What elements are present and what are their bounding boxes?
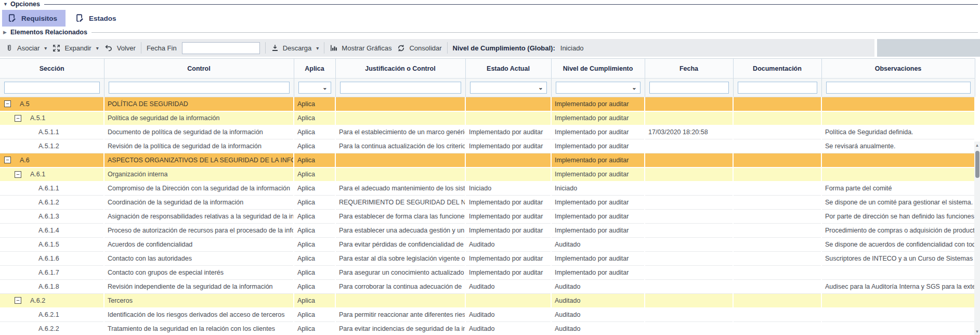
section-code: A.5 — [20, 100, 30, 108]
column-header-documentacion[interactable]: Documentación — [733, 59, 821, 79]
column-header-seccion[interactable]: Sección — [0, 59, 104, 79]
asociar-button[interactable]: Asociar ▾ — [5, 43, 47, 53]
section-cell-content: A.6.1.6 — [3, 255, 100, 262]
collapse-minus-icon[interactable]: − — [15, 297, 21, 304]
table-row[interactable]: A.6.1.1Compromiso de la Dirección con la… — [0, 182, 975, 196]
collapse-triangle-icon[interactable]: ▼ — [3, 2, 10, 7]
filter-observaciones-input[interactable] — [826, 82, 971, 94]
section-cell-content: A.5.1.1 — [3, 128, 100, 136]
cell-aplica: Aplica — [294, 168, 335, 182]
filter-aplica-select[interactable]: ⌄ — [298, 82, 331, 94]
opciones-section-header: ▼ Opciones — [0, 0, 980, 8]
filter-nivel-select[interactable]: ⌄ — [556, 82, 641, 94]
cell-estado: Auditado — [465, 238, 551, 252]
collapse-minus-icon[interactable]: − — [15, 171, 21, 178]
cell-fecha — [645, 139, 733, 153]
scroll-up-icon[interactable]: ▲ — [974, 143, 980, 148]
cell-aplica: Aplica — [294, 238, 335, 252]
collapse-minus-icon[interactable]: − — [4, 157, 11, 163]
cell-documentacion — [733, 238, 821, 252]
fecha-fin-label: Fecha Fin — [147, 44, 177, 52]
volver-button[interactable]: Volver — [104, 44, 136, 52]
filter-documentacion-input[interactable] — [738, 82, 817, 94]
collapse-minus-icon[interactable]: − — [4, 100, 11, 107]
fecha-fin-input[interactable] — [182, 42, 260, 54]
filter-justificacion-input[interactable] — [340, 82, 461, 94]
scrollbar-thumb[interactable] — [975, 151, 979, 178]
cell-observaciones — [821, 168, 975, 182]
expandir-button[interactable]: Expandir ▾ — [52, 44, 98, 53]
toolbar-right-panel — [874, 39, 980, 57]
descarga-button[interactable]: Descarga ▾ — [271, 44, 319, 52]
mostrar-graficas-button[interactable]: Mostrar Gráficas — [330, 44, 391, 52]
cell-justificacion — [335, 111, 465, 125]
table-row[interactable]: A.6.1.3Asignación de responsabilidades r… — [0, 210, 975, 224]
table-row[interactable]: A.6.1.7Contacto con grupos de especial i… — [0, 266, 975, 280]
filter-estado-select[interactable]: ⌄ — [470, 82, 547, 94]
column-header-fecha[interactable]: Fecha — [645, 59, 733, 79]
table-row[interactable]: A.6.1.4Proceso de autorización de recurs… — [0, 224, 975, 238]
cell-documentacion — [733, 153, 821, 168]
section-cell-content: A.6.1.2 — [3, 199, 100, 206]
table-row[interactable]: −A.6.1Organización internaAplicaImplemen… — [0, 168, 975, 182]
cell-nivel: Iniciado — [551, 182, 645, 196]
cell-nivel: Implementado por auditar — [551, 196, 645, 210]
expand-triangle-icon[interactable]: ▶ — [3, 30, 10, 35]
section-cell-content: A.6.2.2 — [3, 325, 100, 332]
cell-control: ASPECTOS ORGANIZATIVOS DE LA SEGURIDAD D… — [104, 153, 294, 168]
vertical-scrollbar[interactable]: ▲ ▼ — [974, 141, 980, 335]
expand-icon — [52, 44, 61, 53]
table-row[interactable]: A.6.2.1Identificación de los riesgos der… — [0, 308, 975, 322]
section-cell-content: A.6.1.7 — [3, 269, 100, 276]
cell-seccion: A.6.1.1 — [0, 182, 104, 196]
cell-control: Asignación de responsabilidades relativa… — [104, 210, 294, 224]
cell-fecha — [645, 280, 733, 294]
cell-justificacion: Para la continua actualización de los cr… — [335, 139, 465, 153]
section-code: A.6.1.6 — [38, 255, 59, 262]
chevron-down-icon: ⌄ — [322, 84, 327, 91]
table-row[interactable]: A.6.2.2Tratamiento de la seguridad en la… — [0, 322, 975, 335]
table-row[interactable]: A.6.1.2Coordinación de la seguridad de l… — [0, 196, 975, 210]
collapse-minus-icon[interactable]: − — [15, 115, 21, 122]
column-header-aplica[interactable]: Aplica — [294, 59, 335, 79]
cell-justificacion: Para estar al día sobre legislación vige… — [335, 252, 465, 266]
cell-justificacion: Para establecer una adecuada gestión y u… — [335, 224, 465, 238]
cell-observaciones: Audisec para la Auditoría Interna y SGS … — [821, 280, 975, 294]
section-code: A.6.1.1 — [38, 185, 59, 192]
filter-seccion-input[interactable] — [4, 82, 100, 94]
cell-control: Acuerdos de confidencialidad — [104, 238, 294, 252]
cell-aplica: Aplica — [294, 322, 335, 335]
section-cell-content: A.6.1.1 — [3, 185, 100, 192]
section-cell-content: A.6.1.4 — [3, 227, 100, 234]
table-row[interactable]: A.6.1.5Acuerdos de confidencialidadAplic… — [0, 238, 975, 252]
table-row[interactable]: −A.6ASPECTOS ORGANIZATIVOS DE LA SEGURID… — [0, 153, 975, 168]
filter-control-input[interactable] — [109, 82, 290, 94]
filter-fecha-input[interactable] — [649, 82, 729, 94]
volver-label: Volver — [117, 44, 136, 52]
table-row[interactable]: A.6.1.8Revisión independiente de la segu… — [0, 280, 975, 294]
cell-justificacion: Para evitar pérdidas de confidencialidad… — [335, 238, 465, 252]
table-row[interactable]: −A.5POLÍTICA DE SEGURIDADAplicaImplement… — [0, 97, 975, 111]
requisitos-table: Sección Control Aplica Justificación o C… — [0, 58, 975, 335]
cell-control: Proceso de autorización de recursos para… — [104, 224, 294, 238]
column-header-justificacion[interactable]: Justificación o Control — [335, 59, 465, 79]
table-row[interactable]: A.5.1.1Documento de política de segurida… — [0, 125, 975, 139]
table-row[interactable]: A.6.1.6Contacto con las autoridadesAplic… — [0, 252, 975, 266]
table-row[interactable]: A.5.1.2Revisión de la política de seguri… — [0, 139, 975, 153]
column-header-control[interactable]: Control — [104, 59, 294, 79]
column-header-estado[interactable]: Estado Actual — [465, 59, 551, 79]
cell-seccion: −A.5.1 — [0, 111, 104, 125]
cell-seccion: A.6.1.8 — [0, 280, 104, 294]
cell-aplica: Aplica — [294, 182, 335, 196]
consolidar-button[interactable]: Consolidar — [397, 44, 441, 53]
section-cell-content: A.6.1.8 — [3, 283, 100, 290]
table-row[interactable]: −A.6.2TercerosAplicaAuditado — [0, 294, 975, 308]
column-header-nivel[interactable]: Nivel de Cumplimiento — [551, 59, 645, 79]
table-row[interactable]: −A.5.1Política de seguridad de la inform… — [0, 111, 975, 125]
tab-estados[interactable]: Estados — [70, 10, 125, 27]
scroll-down-icon[interactable]: ▼ — [974, 329, 980, 334]
cell-observaciones: Se revisará anualmente. — [821, 139, 975, 153]
tab-requisitos[interactable]: Requisitos — [2, 10, 66, 27]
column-header-observaciones[interactable]: Observaciones — [821, 59, 975, 79]
cell-fecha — [645, 168, 733, 182]
